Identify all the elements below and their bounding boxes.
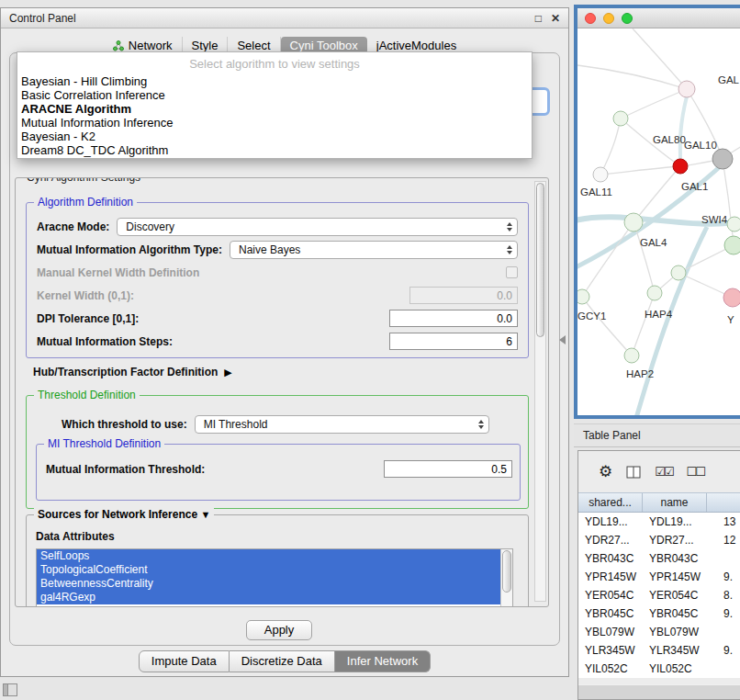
network-node[interactable] bbox=[671, 265, 686, 280]
column-header-shared-name[interactable]: shared... bbox=[578, 493, 643, 512]
apply-button[interactable]: Apply bbox=[246, 620, 312, 640]
tab-infer-network[interactable]: Infer Network bbox=[335, 650, 431, 672]
network-node[interactable] bbox=[724, 236, 740, 254]
tab-impute-data[interactable]: Impute Data bbox=[139, 650, 230, 672]
network-node[interactable] bbox=[624, 348, 639, 363]
dropdown-option[interactable]: Mutual Information Inference bbox=[17, 116, 532, 130]
mi-threshold-definition-group: MI Threshold Definition Mutual Informati… bbox=[36, 444, 521, 501]
sources-group: Sources for Network Inference ▼ Data Att… bbox=[26, 514, 529, 607]
table-cell bbox=[707, 623, 740, 641]
aracne-mode-label: Aracne Mode: bbox=[37, 220, 109, 233]
mi-type-row: Mutual Information Algorithm Type: Naive… bbox=[27, 238, 528, 261]
dropdown-stepper-icon bbox=[507, 245, 512, 254]
algorithm-definition-group: Algorithm Definition Aracne Mode: Discov… bbox=[26, 202, 529, 358]
table-cell: YIL052C bbox=[578, 660, 643, 678]
table-cell: YDR27... bbox=[578, 531, 643, 549]
table-row[interactable]: YBL079WYBL079W bbox=[578, 623, 740, 641]
network-node-selected-red[interactable] bbox=[673, 159, 688, 174]
which-threshold-row: Which threshold to use: MI Threshold bbox=[27, 412, 528, 435]
settings-scrollbar[interactable] bbox=[534, 181, 546, 602]
network-canvas[interactable]: GAL GAL80 GAL10 GAL11 GAL1 SWI4 GAL4 GCY… bbox=[577, 28, 740, 415]
algorithm-dropdown-popup: Select algorithm to view settings Bayesi… bbox=[17, 51, 533, 159]
network-window-titlebar[interactable] bbox=[577, 8, 740, 28]
mi-algorithm-type-dropdown[interactable]: Naive Bayes bbox=[230, 241, 518, 259]
columns-icon[interactable] bbox=[626, 466, 641, 479]
node-label: Y bbox=[727, 314, 734, 325]
manual-kernel-width-checkbox[interactable] bbox=[506, 266, 518, 278]
which-threshold-label: Which threshold to use: bbox=[62, 418, 187, 431]
network-node[interactable] bbox=[593, 167, 608, 182]
column-header-name[interactable]: name bbox=[643, 493, 707, 512]
table-row[interactable]: YBR045CYBR045C9. bbox=[578, 604, 740, 623]
network-node[interactable] bbox=[613, 111, 628, 126]
dropdown-option[interactable]: Bayesian - Hill Climbing bbox=[17, 74, 532, 88]
table-row[interactable]: YDR27...YDR27...12 bbox=[578, 531, 740, 549]
tab-label: Style bbox=[192, 39, 219, 52]
dropdown-option[interactable]: Bayesian - K2 bbox=[17, 130, 532, 143]
table-cell: YIL052C bbox=[643, 660, 707, 678]
zoom-traffic-light[interactable] bbox=[622, 13, 633, 24]
panel-collapse-arrow-icon[interactable] bbox=[559, 335, 566, 344]
dropdown-stepper-icon bbox=[478, 420, 484, 429]
table-cell: YER054C bbox=[578, 586, 643, 604]
table-row[interactable]: YDL19...YDL19...13 bbox=[578, 513, 740, 531]
dropdown-option[interactable]: Dream8 DC_TDC Algorithm bbox=[17, 143, 532, 157]
sources-title-text: Sources for Network Inference bbox=[38, 508, 197, 521]
table-row[interactable]: YBR043CYBR043C bbox=[578, 549, 740, 568]
table-cell: YBR043C bbox=[578, 549, 643, 568]
gear-icon[interactable]: ⚙ bbox=[599, 462, 612, 481]
sources-group-title[interactable]: Sources for Network Inference ▼ bbox=[34, 508, 214, 521]
network-node[interactable] bbox=[647, 286, 662, 300]
group-title: Cyni Algorithm Settings bbox=[23, 177, 144, 184]
minimize-traffic-light[interactable] bbox=[603, 13, 614, 24]
network-node-pink[interactable] bbox=[723, 288, 740, 307]
attribute-item-selected[interactable]: TopologicalCoefficient bbox=[37, 563, 500, 577]
network-node[interactable] bbox=[624, 213, 643, 231]
data-attributes-list: SelfLoops TopologicalCoefficient Between… bbox=[36, 548, 513, 607]
attribute-item-selected[interactable]: gal4RGexp bbox=[37, 591, 500, 604]
mi-threshold-input[interactable] bbox=[384, 460, 512, 478]
table-cell: YDL19... bbox=[578, 513, 643, 531]
floating-panel-icon[interactable] bbox=[3, 683, 17, 696]
table-panel-header: Table Panel bbox=[574, 423, 740, 447]
list-scrollbar-thumb[interactable] bbox=[502, 550, 511, 593]
hub-definition-section-toggle[interactable]: Hub/Transcription Factor Definition ▶ bbox=[33, 366, 232, 378]
group-title: Algorithm Definition bbox=[34, 196, 137, 209]
close-traffic-light[interactable] bbox=[585, 13, 596, 24]
tab-discretize-data[interactable]: Discretize Data bbox=[230, 650, 335, 672]
table-footer-strip bbox=[578, 684, 740, 699]
network-node[interactable] bbox=[577, 289, 589, 304]
aracne-mode-dropdown[interactable]: Discovery bbox=[117, 218, 518, 236]
network-tab-icon bbox=[113, 40, 124, 51]
network-node[interactable] bbox=[678, 81, 695, 97]
network-node-gray[interactable] bbox=[712, 149, 733, 169]
mi-steps-input[interactable] bbox=[389, 333, 518, 350]
deselect-columns-icon[interactable]: ☐☐ bbox=[687, 465, 704, 479]
collapse-arrow-icon: ▼ bbox=[200, 509, 210, 520]
table-row[interactable]: YIL052CYIL052C bbox=[578, 660, 740, 678]
table-row[interactable]: YER054CYER054C8. bbox=[578, 586, 740, 604]
float-window-icon[interactable]: □ bbox=[535, 13, 542, 24]
attribute-item-selected[interactable]: SelfLoops bbox=[37, 549, 500, 563]
table-cell: YBR045C bbox=[578, 604, 643, 623]
column-header-extra[interactable] bbox=[707, 493, 740, 512]
dropdown-option[interactable]: Basic Correlation Inference bbox=[17, 88, 532, 102]
dropdown-value: Discovery bbox=[126, 220, 174, 233]
table-row[interactable]: YPR145WYPR145W9. bbox=[578, 568, 740, 586]
attribute-item-selected[interactable]: BetweennessCentrality bbox=[37, 577, 500, 591]
settings-scrollbar-thumb[interactable] bbox=[536, 183, 544, 337]
control-panel-titlebar[interactable]: Control Panel □ ✕ bbox=[1, 8, 568, 28]
expand-arrow-icon: ▶ bbox=[224, 367, 231, 378]
table-cell: 9. bbox=[707, 568, 740, 586]
threshold-type-dropdown[interactable]: MI Threshold bbox=[195, 415, 489, 434]
table-row[interactable]: YLR345WYLR345W9. bbox=[578, 641, 740, 660]
group-title: Threshold Definition bbox=[34, 389, 140, 401]
list-scrollbar[interactable] bbox=[500, 549, 512, 607]
close-window-icon[interactable]: ✕ bbox=[551, 13, 560, 24]
control-panel-window: Control Panel □ ✕ Network Style Select bbox=[0, 7, 569, 677]
dropdown-option-selected[interactable]: ARACNE Algorithm bbox=[17, 102, 532, 116]
network-node[interactable] bbox=[727, 217, 740, 231]
select-columns-icon[interactable]: ☑☑ bbox=[655, 465, 672, 479]
dpi-tolerance-input[interactable] bbox=[389, 310, 518, 327]
table-cell: YBL079W bbox=[578, 623, 643, 641]
